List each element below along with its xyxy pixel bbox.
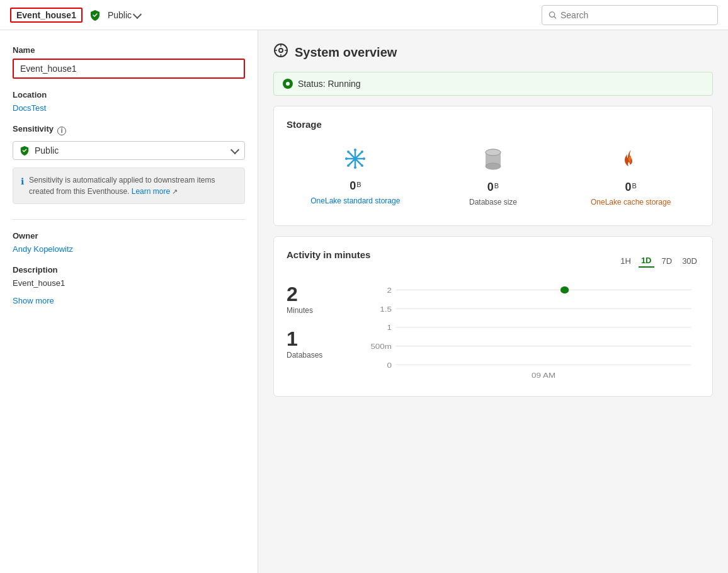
sensitivity-info-icon: i: [57, 127, 66, 135]
chevron-down-icon: [133, 9, 142, 18]
sensitivity-select-value: Public: [35, 145, 59, 156]
cache-storage-label: OneLake cache storage: [591, 198, 671, 207]
fire-icon: [622, 149, 640, 174]
public-label: Public: [108, 10, 132, 20]
tab-30d[interactable]: 30D: [680, 254, 700, 268]
cylinder-icon: [484, 149, 502, 174]
activity-chart: 2 1.5 1 500m 0 09 AM: [362, 283, 700, 383]
sensitivity-label: Sensitivity: [13, 124, 54, 133]
sensitivity-label-row: Sensitivity i: [13, 124, 245, 137]
svg-point-2: [279, 48, 283, 52]
svg-text:09 AM: 09 AM: [532, 372, 555, 380]
name-input[interactable]: [13, 59, 245, 79]
sidebar-divider: [13, 219, 245, 220]
sensitivity-header[interactable]: Public: [108, 10, 140, 20]
owner-label: Owner: [13, 231, 245, 241]
svg-point-18: [486, 149, 501, 156]
svg-text:1: 1: [387, 324, 392, 332]
chart-area: 2 1.5 1 500m 0 09 AM: [362, 283, 700, 383]
activity-header: Activity in minutes 1H 1D 7D 30D: [287, 249, 700, 273]
activity-card: Activity in minutes 1H 1D 7D 30D 2 Minut…: [273, 236, 713, 397]
description-value: Event_house1: [13, 278, 245, 288]
svg-point-17: [486, 163, 501, 169]
location-label: Location: [13, 90, 245, 99]
section-title: System overview: [295, 45, 397, 60]
content-area: System overview Status: Running Storage: [258, 30, 728, 573]
databases-label: Databases: [287, 351, 350, 360]
database-size-value: 0B: [487, 181, 499, 194]
storage-grid: 0B OneLake standard storage: [287, 142, 700, 213]
svg-point-29: [560, 286, 569, 293]
database-size-label: Database size: [469, 198, 517, 207]
svg-point-14: [347, 164, 350, 167]
tab-1h[interactable]: 1H: [618, 254, 634, 268]
stat-minutes: 2 Minutes: [287, 283, 350, 315]
external-link-icon: ↗: [172, 188, 178, 195]
search-icon: [549, 11, 557, 20]
status-bar: Status: Running: [273, 72, 713, 96]
stat-databases: 1 Databases: [287, 327, 350, 360]
tab-7d[interactable]: 7D: [659, 254, 675, 268]
name-label: Name: [13, 45, 245, 55]
sidebar: Name Location DocsTest Sensitivity i Pub…: [0, 30, 258, 573]
snowflake-icon: [345, 149, 365, 173]
show-more-button[interactable]: Show more: [13, 296, 54, 305]
learn-more-link[interactable]: Learn more: [132, 187, 170, 196]
sensitivity-chevron-icon: [230, 145, 239, 154]
owner-value[interactable]: Andy Kopelowitz: [13, 244, 245, 254]
onelake-storage-value: 0B: [350, 179, 361, 193]
svg-point-10: [363, 157, 365, 160]
svg-point-13: [361, 150, 363, 153]
search-box[interactable]: [542, 5, 718, 25]
svg-point-11: [347, 150, 350, 153]
search-input[interactable]: [560, 10, 711, 20]
sensitivity-info-box: ℹ Sensitivity is automatically applied t…: [13, 167, 245, 204]
svg-text:0: 0: [387, 361, 392, 370]
sensitivity-select[interactable]: Public: [13, 141, 245, 160]
location-value[interactable]: DocsTest: [13, 103, 245, 113]
description-label: Description: [13, 265, 245, 275]
time-tabs: 1H 1D 7D 30D: [618, 254, 700, 268]
storage-card: Storage: [273, 106, 713, 226]
onelake-storage-label: OneLake standard storage: [310, 196, 400, 205]
shield-icon: [89, 9, 101, 21]
svg-text:1.5: 1.5: [380, 305, 392, 314]
svg-point-9: [345, 157, 348, 160]
status-text: Status: Running: [298, 79, 361, 89]
sensitivity-info-text: Sensitivity is automatically applied to …: [29, 174, 237, 197]
app-header: Event_house1 Public: [0, 0, 728, 30]
activity-stats: 2 Minutes 1 Databases: [287, 283, 350, 383]
minutes-label: Minutes: [287, 306, 350, 315]
shield-select-icon: [20, 145, 30, 156]
section-title-row: System overview: [273, 43, 713, 62]
storage-item-cache: 0B OneLake cache storage: [562, 142, 700, 213]
storage-item-database: 0B Database size: [424, 142, 562, 213]
storage-title: Storage: [287, 119, 700, 130]
header-title: Event_house1: [10, 8, 82, 23]
svg-point-12: [361, 164, 363, 167]
minutes-value: 2: [287, 283, 350, 306]
svg-text:500m: 500m: [370, 343, 391, 351]
svg-point-7: [354, 149, 356, 151]
databases-value: 1: [287, 327, 350, 351]
info-circle-icon: ℹ: [21, 175, 24, 197]
activity-title: Activity in minutes: [287, 249, 370, 260]
system-overview-icon: [273, 43, 288, 62]
storage-item-onelake: 0B OneLake standard storage: [287, 142, 424, 213]
tab-1d[interactable]: 1D: [639, 254, 654, 268]
svg-point-8: [354, 166, 356, 169]
activity-body: 2 Minutes 1 Databases: [287, 283, 700, 383]
cache-storage-value: 0B: [625, 181, 637, 194]
svg-text:2: 2: [387, 286, 392, 295]
status-dot-icon: [283, 79, 293, 89]
